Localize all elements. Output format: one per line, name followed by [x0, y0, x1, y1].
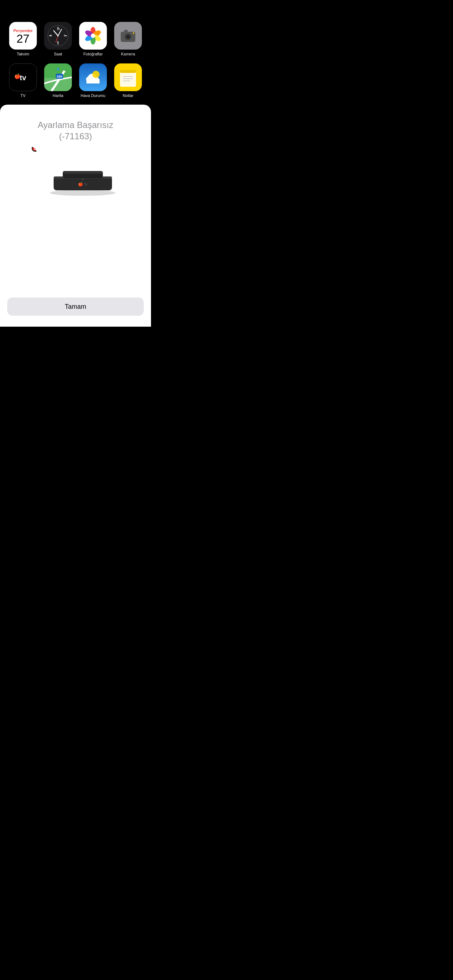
- weather-label: Hava Durumu: [81, 93, 105, 98]
- svg-text:6: 6: [57, 41, 59, 43]
- photos-icon: [79, 22, 107, 49]
- tv-label: TV: [21, 93, 26, 98]
- modal-title-line1: Ayarlama Başarısız: [38, 120, 113, 130]
- weather-svg: [82, 66, 104, 88]
- modal-title-line2: (-71163): [59, 131, 92, 141]
- camera-icon: [114, 22, 142, 49]
- svg-text:3: 3: [64, 34, 65, 37]
- notes-svg: [117, 66, 139, 88]
- tv-icon: tv 🍎: [9, 64, 37, 91]
- clock-label: Saat: [54, 52, 62, 56]
- app-item-photos[interactable]: Fotoğraflar: [77, 22, 109, 56]
- apple-tv-svg: 🍎 tv: [43, 156, 123, 197]
- svg-point-39: [92, 71, 100, 78]
- svg-text:280: 280: [57, 75, 62, 78]
- svg-rect-41: [120, 70, 136, 73]
- svg-rect-25: [124, 30, 128, 32]
- svg-text:9: 9: [50, 34, 52, 37]
- ok-button[interactable]: Tamam: [7, 298, 144, 316]
- svg-point-20: [91, 33, 95, 38]
- app-item-maps[interactable]: 280 Harita: [42, 64, 74, 98]
- svg-text:🍎 tv: 🍎 tv: [78, 181, 88, 187]
- modal-title: Ayarlama Başarısız (-71163): [38, 119, 113, 142]
- photos-label: Fotoğraflar: [83, 52, 102, 56]
- apple-tv-device-image: 🍎 tv: [43, 156, 108, 189]
- tv-svg: tv 🍎: [12, 70, 34, 84]
- camera-svg: [119, 27, 137, 45]
- maps-svg: 280: [44, 64, 72, 91]
- weather-icon: [79, 64, 107, 91]
- svg-point-61: [50, 190, 116, 196]
- svg-point-24: [126, 35, 130, 39]
- maps-icon: 280: [44, 64, 72, 91]
- app-item-tv[interactable]: tv 🍎 TV: [7, 64, 39, 98]
- svg-text:tv: tv: [20, 74, 27, 82]
- svg-rect-65: [63, 171, 103, 174]
- svg-point-13: [57, 35, 59, 37]
- clock-icon: 12 3 6 9: [44, 22, 72, 49]
- photos-svg: [82, 25, 104, 47]
- svg-text:🍎: 🍎: [14, 73, 21, 80]
- app-item-weather[interactable]: Hava Durumu: [77, 64, 109, 98]
- calendar-day-number: 27: [16, 33, 30, 45]
- camera-label: Kamera: [121, 52, 135, 56]
- app-item-notes[interactable]: Notlar: [112, 64, 144, 98]
- svg-point-67: [82, 178, 83, 180]
- notes-label: Notlar: [123, 93, 133, 98]
- app-item-calendar[interactable]: Perşembe 27 Takvim: [7, 22, 39, 56]
- notes-icon: [114, 64, 142, 91]
- svg-rect-38: [86, 79, 100, 83]
- clock-svg: 12 3 6 9: [47, 25, 69, 47]
- app-item-camera[interactable]: Kamera: [112, 22, 144, 56]
- maps-label: Harita: [53, 93, 63, 98]
- app-item-clock[interactable]: 12 3 6 9 Saat: [42, 22, 74, 56]
- calendar-icon: Perşembe 27: [9, 22, 37, 49]
- svg-point-26: [133, 32, 134, 34]
- calendar-label: Takvim: [17, 52, 29, 56]
- error-modal: Ayarlama Başarısız (-71163) 🍎 tv Tamam: [0, 105, 151, 327]
- svg-text:12: 12: [57, 28, 60, 30]
